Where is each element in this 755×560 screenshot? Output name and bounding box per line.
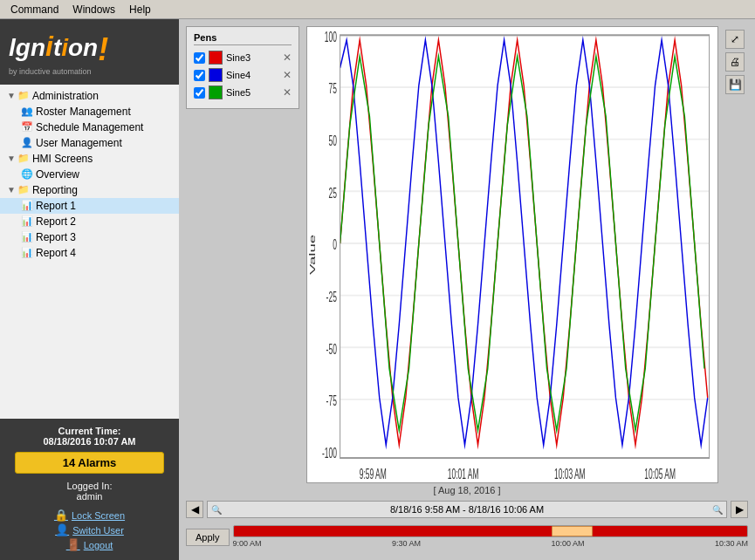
expand-icon: ▼: [7, 185, 16, 195]
sidebar-item-schedule[interactable]: 📅 Schedule Management: [0, 120, 179, 135]
pen-sine4-remove[interactable]: ✕: [283, 69, 292, 81]
chart-top: Pens Sine3 ✕ Sine4 ✕: [186, 26, 748, 483]
expand-icon: ▼: [7, 154, 16, 163]
svg-text:-100: -100: [322, 445, 337, 461]
pen-sine5-color: [209, 85, 223, 99]
sidebar-item-usermgmt[interactable]: 👤 User Management: [0, 135, 179, 151]
pen-sine3: Sine3 ✕: [194, 51, 292, 65]
sidebar-item-label: Roster Management: [36, 106, 131, 118]
chart-with-toolbar: 100 75 50 25 0 -25 -50 -75 -100 Value: [306, 26, 748, 483]
expand-icon: ▼: [7, 91, 16, 100]
sidebar-item-administration[interactable]: ▼ 📁 Administration: [0, 88, 179, 104]
sidebar-item-reporting[interactable]: ▼ 📁 Reporting: [0, 182, 179, 198]
sidebar-item-label: Administration: [32, 90, 99, 102]
sidebar-item-report3[interactable]: 📊 Report 3: [0, 229, 179, 245]
tick-label-0: 9:00 AM: [233, 539, 262, 548]
zoom-in-right-icon[interactable]: 🔍: [712, 505, 723, 515]
pen-sine5: Sine5 ✕: [194, 85, 292, 99]
menubar: Command Windows Help: [0, 0, 755, 19]
main-container: lgnition! by inductive automation ▼ 📁 Ad…: [0, 19, 755, 560]
alarm-button[interactable]: 14 Alarms: [15, 452, 163, 474]
roster-icon: 👥: [21, 106, 33, 117]
svg-text:75: 75: [328, 80, 336, 97]
pen-sine3-remove[interactable]: ✕: [283, 51, 292, 64]
menu-help[interactable]: Help: [122, 2, 158, 17]
svg-text:25: 25: [328, 185, 336, 201]
time-next-button[interactable]: ▶: [731, 501, 748, 518]
schedule-icon: 📅: [21, 121, 33, 133]
folder-icon: 📁: [17, 153, 30, 164]
pen-sine5-remove[interactable]: ✕: [283, 86, 292, 99]
pen-sine4-label: Sine4: [226, 70, 283, 80]
chart-svg: 100 75 50 25 0 -25 -50 -75 -100 Value: [307, 27, 717, 482]
folder-icon: 📁: [17, 90, 30, 101]
report-icon: 📊: [21, 247, 33, 258]
logged-in-display: Logged In: admin: [7, 481, 172, 502]
pen-sine4-checkbox[interactable]: [194, 70, 205, 81]
report-icon: 📊: [21, 231, 33, 242]
pen-sine3-color: [209, 51, 223, 65]
timeline-bar[interactable]: [233, 525, 748, 537]
logo-area: lgnition! by inductive automation: [0, 19, 179, 85]
svg-text:-50: -50: [326, 341, 337, 358]
sidebar-item-label: Overview: [36, 168, 79, 181]
logo: lgnition!: [9, 32, 170, 65]
sidebar-item-label: Report 2: [36, 215, 76, 228]
sidebar-item-report2[interactable]: 📊 Report 2: [0, 214, 179, 229]
sidebar-item-hmi[interactable]: ▼ 📁 HMI Screens: [0, 151, 179, 167]
sidebar-item-label: HMI Screens: [32, 153, 93, 165]
lock-screen-action[interactable]: 🔒 Lock Screen: [7, 509, 172, 522]
pen-sine4-color: [209, 68, 223, 82]
tick-label-3: 10:30 AM: [715, 539, 748, 548]
sidebar-item-label: User Management: [36, 137, 122, 149]
pen-sine3-checkbox[interactable]: [194, 52, 205, 64]
svg-text:-75: -75: [326, 393, 337, 409]
svg-text:9:59 AM: 9:59 AM: [360, 466, 387, 482]
logout-action[interactable]: 🚪 Logout: [7, 538, 172, 551]
sidebar-item-roster[interactable]: 👥 Roster Management: [0, 104, 179, 120]
svg-text:10:01 AM: 10:01 AM: [448, 466, 479, 482]
overview-icon: 🌐: [21, 168, 33, 180]
print-chart-button[interactable]: 🖨: [725, 52, 745, 72]
timeline-thumb[interactable]: [552, 526, 593, 536]
user-icon: 👤: [21, 137, 33, 148]
report-icon: 📊: [21, 200, 33, 211]
content-area: Pens Sine3 ✕ Sine4 ✕: [179, 19, 755, 560]
sidebar-item-label: Schedule Management: [36, 121, 143, 133]
logout-icon: 🚪: [66, 538, 80, 551]
chart-area: 100 75 50 25 0 -25 -50 -75 -100 Value: [306, 26, 718, 483]
folder-icon: 📁: [17, 184, 30, 195]
svg-text:10:05 AM: 10:05 AM: [644, 466, 676, 482]
svg-text:50: 50: [328, 133, 336, 149]
pen-sine5-checkbox[interactable]: [194, 87, 205, 99]
svg-text:100: 100: [325, 29, 337, 45]
expand-chart-button[interactable]: ⤢: [725, 30, 745, 49]
pen-sine3-label: Sine3: [226, 52, 283, 63]
time-range-text: 8/18/16 9:58 AM - 8/18/16 10:06 AM: [390, 504, 544, 515]
switch-user-action[interactable]: 👤 Switch User: [7, 523, 172, 536]
chart-date-label: [ Aug 18, 2016 ]: [186, 485, 748, 495]
time-prev-button[interactable]: ◀: [186, 501, 203, 518]
sidebar-item-report4[interactable]: 📊 Report 4: [0, 245, 179, 261]
lock-icon: 🔒: [54, 509, 68, 522]
svg-text:10:03 AM: 10:03 AM: [554, 466, 586, 482]
chart-toolbar: ⤢ 🖨 💾: [722, 26, 748, 483]
svg-text:0: 0: [333, 236, 337, 253]
sidebar-item-report1[interactable]: 📊 Report 1: [0, 198, 179, 214]
pen-sine5-label: Sine5: [226, 87, 283, 98]
save-chart-button[interactable]: 💾: [725, 75, 745, 94]
sidebar-item-overview[interactable]: 🌐 Overview: [0, 167, 179, 182]
current-time-display: Current Time: 08/18/2016 10:07 AM: [7, 426, 172, 447]
sidebar-item-label: Reporting: [32, 184, 78, 196]
sidebar-item-label: Report 1: [36, 200, 76, 212]
sidebar: lgnition! by inductive automation ▼ 📁 Ad…: [0, 19, 179, 560]
svg-text:Value: Value: [308, 235, 317, 275]
tick-label-2: 10:00 AM: [551, 539, 584, 548]
sidebar-bottom: Current Time: 08/18/2016 10:07 AM 14 Ala…: [0, 419, 179, 560]
zoom-in-left-icon[interactable]: 🔍: [211, 505, 222, 515]
scrubber-area: Apply 9:00 AM 9:30 AM 10:00 AM 10:30 AM: [186, 525, 748, 550]
menu-windows[interactable]: Windows: [65, 2, 122, 17]
timeline-tick-labels: 9:00 AM 9:30 AM 10:00 AM 10:30 AM: [233, 537, 748, 550]
menu-command[interactable]: Command: [3, 2, 65, 17]
apply-button[interactable]: Apply: [186, 529, 230, 546]
